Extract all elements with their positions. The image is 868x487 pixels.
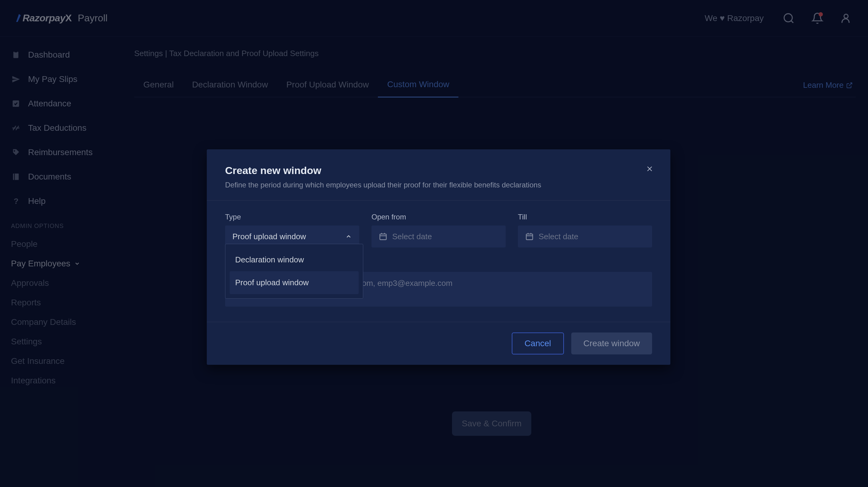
dropdown-option-proof-upload-window[interactable]: Proof upload window [230,271,359,294]
type-value: Proof upload window [232,232,306,241]
modal-title: Create new window [225,165,652,176]
type-label: Type [225,213,359,221]
open-from-input[interactable]: Select date [371,226,506,248]
calendar-icon [379,232,388,241]
create-window-button[interactable]: Create window [571,332,652,354]
modal-subtitle: Define the period during which employees… [225,181,652,189]
close-icon[interactable] [645,165,655,174]
till-placeholder: Select date [538,232,578,241]
modal-header: Create new window Define the period duri… [207,149,670,200]
type-dropdown: Declaration window Proof upload window [225,244,363,299]
modal-footer: Cancel Create window [207,322,670,365]
open-from-label: Open from [371,213,506,221]
cancel-button[interactable]: Cancel [512,332,564,354]
till-label: Till [518,213,652,221]
dropdown-option-declaration-window[interactable]: Declaration window [230,248,359,271]
create-window-modal: Create new window Define the period duri… [207,149,670,365]
chevron-up-icon [345,233,352,240]
svg-rect-13 [380,234,386,240]
open-from-placeholder: Select date [392,232,432,241]
calendar-icon [525,232,534,241]
svg-rect-17 [526,234,533,240]
till-input[interactable]: Select date [518,226,652,248]
